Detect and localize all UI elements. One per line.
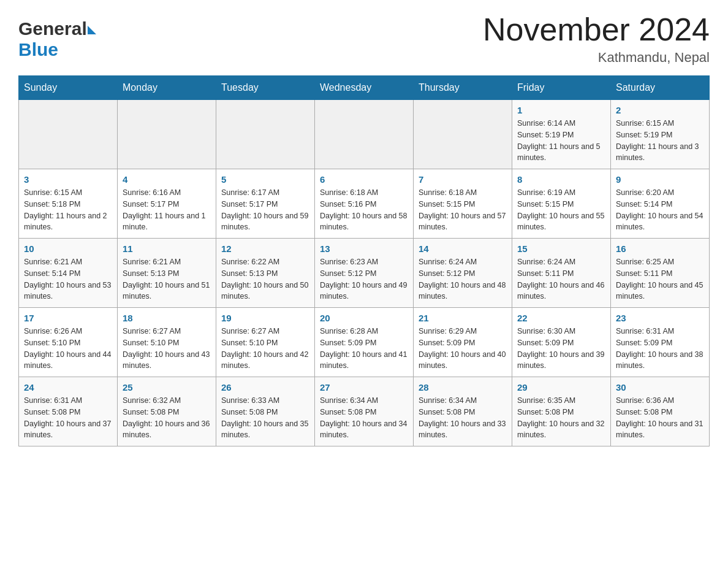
day-number: 8 — [517, 174, 605, 185]
day-info: Sunrise: 6:24 AMSunset: 5:12 PMDaylight:… — [419, 256, 507, 302]
table-row: 16Sunrise: 6:25 AMSunset: 5:11 PMDayligh… — [611, 239, 710, 308]
day-number: 30 — [616, 382, 704, 393]
table-row: 23Sunrise: 6:31 AMSunset: 5:09 PMDayligh… — [611, 308, 710, 377]
logo-blue-text: Blue — [18, 39, 58, 60]
table-row: 28Sunrise: 6:34 AMSunset: 5:08 PMDayligh… — [414, 377, 512, 446]
col-saturday: Saturday — [611, 76, 710, 100]
day-info: Sunrise: 6:19 AMSunset: 5:15 PMDaylight:… — [517, 187, 605, 233]
table-row: 18Sunrise: 6:27 AMSunset: 5:10 PMDayligh… — [118, 308, 216, 377]
table-row: 15Sunrise: 6:24 AMSunset: 5:11 PMDayligh… — [512, 239, 611, 308]
day-info: Sunrise: 6:34 AMSunset: 5:08 PMDaylight:… — [320, 395, 408, 441]
day-info: Sunrise: 6:29 AMSunset: 5:09 PMDaylight:… — [419, 326, 507, 372]
table-row: 17Sunrise: 6:26 AMSunset: 5:10 PMDayligh… — [19, 308, 118, 377]
calendar-header-row: Sunday Monday Tuesday Wednesday Thursday… — [19, 76, 710, 100]
logo-arrow-icon — [88, 26, 96, 34]
table-row: 8Sunrise: 6:19 AMSunset: 5:15 PMDaylight… — [512, 169, 611, 239]
day-number: 13 — [320, 243, 408, 254]
table-row: 27Sunrise: 6:34 AMSunset: 5:08 PMDayligh… — [315, 377, 414, 446]
table-row: 9Sunrise: 6:20 AMSunset: 5:14 PMDaylight… — [611, 169, 710, 239]
table-row: 11Sunrise: 6:21 AMSunset: 5:13 PMDayligh… — [118, 239, 216, 308]
table-row: 5Sunrise: 6:17 AMSunset: 5:17 PMDaylight… — [216, 169, 315, 239]
col-friday: Friday — [512, 76, 611, 100]
table-row: 13Sunrise: 6:23 AMSunset: 5:12 PMDayligh… — [315, 239, 414, 308]
day-number: 3 — [24, 174, 112, 185]
day-number: 2 — [616, 105, 704, 115]
day-number: 4 — [123, 174, 211, 185]
day-number: 29 — [517, 382, 605, 393]
calendar-week-row: 3Sunrise: 6:15 AMSunset: 5:18 PMDaylight… — [19, 169, 710, 239]
day-info: Sunrise: 6:15 AMSunset: 5:18 PMDaylight:… — [24, 187, 112, 233]
table-row: 2Sunrise: 6:15 AMSunset: 5:19 PMDaylight… — [611, 100, 710, 169]
table-row: 1Sunrise: 6:14 AMSunset: 5:19 PMDaylight… — [512, 100, 611, 169]
page-title: November 2024 — [483, 12, 710, 47]
day-info: Sunrise: 6:31 AMSunset: 5:09 PMDaylight:… — [616, 326, 704, 372]
day-info: Sunrise: 6:26 AMSunset: 5:10 PMDaylight:… — [24, 326, 112, 372]
table-row — [315, 100, 414, 169]
day-info: Sunrise: 6:27 AMSunset: 5:10 PMDaylight:… — [221, 326, 309, 372]
table-row: 6Sunrise: 6:18 AMSunset: 5:16 PMDaylight… — [315, 169, 414, 239]
day-number: 10 — [24, 243, 112, 254]
day-number: 26 — [221, 382, 309, 393]
day-number: 22 — [517, 313, 605, 323]
day-info: Sunrise: 6:20 AMSunset: 5:14 PMDaylight:… — [616, 187, 704, 233]
day-number: 9 — [616, 174, 704, 185]
day-info: Sunrise: 6:24 AMSunset: 5:11 PMDaylight:… — [517, 256, 605, 302]
table-row: 24Sunrise: 6:31 AMSunset: 5:08 PMDayligh… — [19, 377, 118, 446]
header: General Blue November 2024 Kathmandu, Ne… — [18, 12, 710, 66]
day-info: Sunrise: 6:32 AMSunset: 5:08 PMDaylight:… — [123, 395, 211, 441]
title-area: November 2024 Kathmandu, Nepal — [483, 12, 710, 66]
logo: General Blue — [18, 12, 96, 60]
table-row: 10Sunrise: 6:21 AMSunset: 5:14 PMDayligh… — [19, 239, 118, 308]
col-sunday: Sunday — [19, 76, 118, 100]
day-info: Sunrise: 6:23 AMSunset: 5:12 PMDaylight:… — [320, 256, 408, 302]
logo-general-text: General — [18, 18, 87, 39]
col-tuesday: Tuesday — [216, 76, 315, 100]
table-row: 19Sunrise: 6:27 AMSunset: 5:10 PMDayligh… — [216, 308, 315, 377]
day-info: Sunrise: 6:30 AMSunset: 5:09 PMDaylight:… — [517, 326, 605, 372]
day-number: 27 — [320, 382, 408, 393]
calendar-week-row: 10Sunrise: 6:21 AMSunset: 5:14 PMDayligh… — [19, 239, 710, 308]
table-row — [118, 100, 216, 169]
day-number: 12 — [221, 243, 309, 254]
day-info: Sunrise: 6:17 AMSunset: 5:17 PMDaylight:… — [221, 187, 309, 233]
day-number: 18 — [123, 313, 211, 323]
table-row: 12Sunrise: 6:22 AMSunset: 5:13 PMDayligh… — [216, 239, 315, 308]
table-row: 22Sunrise: 6:30 AMSunset: 5:09 PMDayligh… — [512, 308, 611, 377]
day-info: Sunrise: 6:27 AMSunset: 5:10 PMDaylight:… — [123, 326, 211, 372]
day-number: 1 — [517, 105, 605, 115]
day-number: 16 — [616, 243, 704, 254]
day-number: 23 — [616, 313, 704, 323]
day-info: Sunrise: 6:28 AMSunset: 5:09 PMDaylight:… — [320, 326, 408, 372]
table-row: 29Sunrise: 6:35 AMSunset: 5:08 PMDayligh… — [512, 377, 611, 446]
table-row: 4Sunrise: 6:16 AMSunset: 5:17 PMDaylight… — [118, 169, 216, 239]
table-row — [216, 100, 315, 169]
day-number: 5 — [221, 174, 309, 185]
day-number: 28 — [419, 382, 507, 393]
calendar-table: Sunday Monday Tuesday Wednesday Thursday… — [18, 75, 710, 446]
day-number: 19 — [221, 313, 309, 323]
day-number: 15 — [517, 243, 605, 254]
day-number: 24 — [24, 382, 112, 393]
table-row: 3Sunrise: 6:15 AMSunset: 5:18 PMDaylight… — [19, 169, 118, 239]
day-info: Sunrise: 6:14 AMSunset: 5:19 PMDaylight:… — [517, 118, 605, 164]
calendar-week-row: 17Sunrise: 6:26 AMSunset: 5:10 PMDayligh… — [19, 308, 710, 377]
calendar-week-row: 24Sunrise: 6:31 AMSunset: 5:08 PMDayligh… — [19, 377, 710, 446]
table-row: 20Sunrise: 6:28 AMSunset: 5:09 PMDayligh… — [315, 308, 414, 377]
col-thursday: Thursday — [414, 76, 512, 100]
table-row: 7Sunrise: 6:18 AMSunset: 5:15 PMDaylight… — [414, 169, 512, 239]
table-row: 14Sunrise: 6:24 AMSunset: 5:12 PMDayligh… — [414, 239, 512, 308]
day-info: Sunrise: 6:16 AMSunset: 5:17 PMDaylight:… — [123, 187, 211, 233]
day-info: Sunrise: 6:22 AMSunset: 5:13 PMDaylight:… — [221, 256, 309, 302]
day-number: 14 — [419, 243, 507, 254]
table-row: 26Sunrise: 6:33 AMSunset: 5:08 PMDayligh… — [216, 377, 315, 446]
location-subtitle: Kathmandu, Nepal — [483, 50, 710, 66]
table-row: 25Sunrise: 6:32 AMSunset: 5:08 PMDayligh… — [118, 377, 216, 446]
day-info: Sunrise: 6:15 AMSunset: 5:19 PMDaylight:… — [616, 118, 704, 164]
table-row: 21Sunrise: 6:29 AMSunset: 5:09 PMDayligh… — [414, 308, 512, 377]
day-info: Sunrise: 6:35 AMSunset: 5:08 PMDaylight:… — [517, 395, 605, 441]
day-info: Sunrise: 6:21 AMSunset: 5:14 PMDaylight:… — [24, 256, 112, 302]
day-info: Sunrise: 6:36 AMSunset: 5:08 PMDaylight:… — [616, 395, 704, 441]
day-info: Sunrise: 6:34 AMSunset: 5:08 PMDaylight:… — [419, 395, 507, 441]
day-info: Sunrise: 6:25 AMSunset: 5:11 PMDaylight:… — [616, 256, 704, 302]
table-row — [414, 100, 512, 169]
